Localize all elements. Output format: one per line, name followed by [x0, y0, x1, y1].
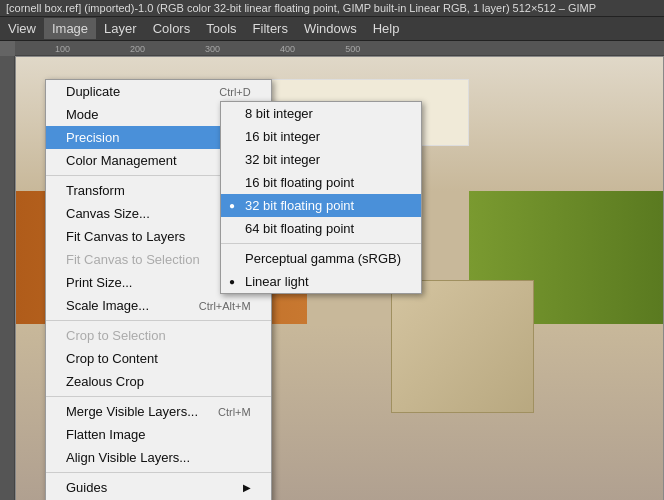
- submenu-item-perceptual-gamma[interactable]: Perceptual gamma (sRGB): [221, 247, 421, 270]
- titlebar-text: [cornell box.ref] (imported)-1.0 (RGB co…: [6, 2, 596, 14]
- menu-item-crop-content[interactable]: Crop to Content: [46, 347, 271, 370]
- menubar-item-view[interactable]: View: [0, 18, 44, 39]
- menu-item-crop-selection: Crop to Selection: [46, 324, 271, 347]
- submenu-item-8bit-int[interactable]: 8 bit integer: [221, 102, 421, 125]
- menu-item-zealous-crop[interactable]: Zealous Crop: [46, 370, 271, 393]
- separator-4: [46, 472, 271, 473]
- menu-item-align-visible[interactable]: Align Visible Layers...: [46, 446, 271, 469]
- linear-light-bullet: ●: [229, 276, 235, 287]
- menubar-item-image[interactable]: Image: [44, 18, 96, 39]
- ruler-vertical: [0, 56, 15, 500]
- menubar-item-windows[interactable]: Windows: [296, 18, 365, 39]
- scene-box: [391, 280, 533, 414]
- menubar-item-help[interactable]: Help: [365, 18, 408, 39]
- submenu-separator-1: [221, 243, 421, 244]
- menubar-item-colors[interactable]: Colors: [145, 18, 199, 39]
- separator-3: [46, 396, 271, 397]
- menu-item-merge-visible[interactable]: Merge Visible Layers... Ctrl+M: [46, 400, 271, 423]
- menubar-item-filters[interactable]: Filters: [245, 18, 296, 39]
- submenu-item-16bit-float[interactable]: 16 bit floating point: [221, 171, 421, 194]
- submenu-item-16bit-int[interactable]: 16 bit integer: [221, 125, 421, 148]
- separator-2: [46, 320, 271, 321]
- menu-item-guides[interactable]: Guides: [46, 476, 271, 499]
- submenu-item-32bit-float[interactable]: ● 32 bit floating point: [221, 194, 421, 217]
- menu-item-scale-image[interactable]: Scale Image... Ctrl+Alt+M: [46, 294, 271, 317]
- menubar-item-tools[interactable]: Tools: [198, 18, 244, 39]
- titlebar: [cornell box.ref] (imported)-1.0 (RGB co…: [0, 0, 664, 17]
- main-area: 100 200 300 400 500 Duplicate Ctrl+D: [0, 41, 664, 500]
- submenu-item-32bit-int[interactable]: 32 bit integer: [221, 148, 421, 171]
- selected-bullet: ●: [229, 200, 235, 211]
- menu-item-flatten-image[interactable]: Flatten Image: [46, 423, 271, 446]
- menu-item-duplicate[interactable]: Duplicate Ctrl+D: [46, 80, 271, 103]
- submenu-item-64bit-float[interactable]: 64 bit floating point: [221, 217, 421, 240]
- ruler-horizontal: 100 200 300 400 500: [15, 41, 664, 56]
- menubar: View Image Layer Colors Tools Filters Wi…: [0, 17, 664, 41]
- precision-submenu: 8 bit integer 16 bit integer 32 bit inte…: [220, 101, 422, 294]
- menubar-item-layer[interactable]: Layer: [96, 18, 145, 39]
- submenu-item-linear-light[interactable]: ● Linear light: [221, 270, 421, 293]
